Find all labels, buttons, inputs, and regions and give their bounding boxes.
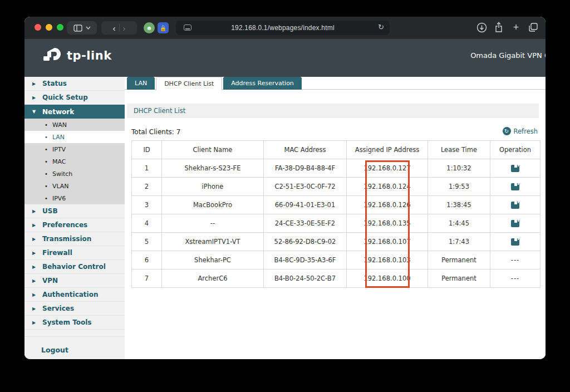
bullet-icon: • [45,159,48,165]
sidebar-item-services[interactable]: ▶Services [24,302,125,316]
minimize-window-button[interactable] [46,24,52,31]
sidebar-item-label: Status [42,80,67,87]
cell-client-name: ArcherC6 [162,270,264,288]
cell-mac-address: 52-86-92-D8-C9-02 [264,233,347,251]
close-window-button[interactable] [35,24,41,31]
cell-lease-time: 1:9:53 [428,178,490,196]
column-header-client-name: Client Name [162,141,264,159]
share-icon[interactable] [493,21,504,33]
back-button[interactable]: ‹ [113,24,116,32]
sidebar-item-label: Behavior Control [42,263,106,271]
tab-overview-icon[interactable] [528,21,539,33]
desktop-background: ‹ › ☻ 🔒 192.168.0.1/webpages/index.html … [0,0,570,392]
table-row: 6Shekhar-PCB4-8C-9D-35-A3-6F192.168.0.10… [132,251,540,270]
tab-dhcp-client-list[interactable]: DHCP Client List [156,77,222,90]
main-content: LANDHCP Client ListAddress Reservation D… [125,77,546,359]
sidebar-subitem-label: IPV6 [52,195,66,202]
tab-address-reservation[interactable]: Address Reservation [223,77,302,90]
sidebar-subitem-iptv[interactable]: •IPTV [24,143,125,155]
nav-buttons-group: ‹ › [101,21,137,35]
page-settings-icon[interactable] [184,24,191,31]
save-to-reservation-icon[interactable] [511,202,519,209]
collapsed-arrow-icon: ▶ [32,95,37,100]
cell-id: 4 [132,214,162,233]
cell-operation: --- [490,270,540,288]
collapsed-arrow-icon: ▶ [32,264,37,270]
sidebar-item-preferences[interactable]: ▶Preferences [24,218,125,232]
browser-window: ‹ › ☻ 🔒 192.168.0.1/webpages/index.html … [24,17,546,359]
sidebar-chevron-icon[interactable] [86,26,91,30]
sidebar-item-behavior-control[interactable]: ▶Behavior Control [24,260,125,274]
cell-operation [490,233,540,251]
extension-password-icon[interactable]: 🔒 [158,22,169,33]
new-tab-icon[interactable]: + [510,21,522,33]
cell-id: 5 [132,233,162,251]
collapsed-arrow-icon: ▶ [32,209,37,214]
cell-assigned-ip: 192.168.0.126 [347,196,428,214]
collapsed-arrow-icon: ▶ [32,237,37,242]
cell-id: 1 [132,159,162,178]
table-row: 7ArcherC6B4-B0-24-50-2C-B7192.168.0.100P… [132,270,540,288]
section-header: DHCP Client List [127,104,539,118]
cell-client-name: Shekhar-s-S23-FE [162,159,264,178]
forward-button[interactable]: › [123,24,126,32]
sidebar-toggle-icon[interactable] [73,24,82,32]
sidebar-subitem-wan[interactable]: •WAN [24,119,125,131]
extension-adblock-icon[interactable]: ☻ [144,22,155,33]
cell-id: 6 [132,251,162,270]
collapsed-arrow-icon: ▶ [32,278,37,283]
cell-id: 7 [132,270,162,288]
sidebar-item-network[interactable]: ▼Network [24,105,125,119]
sidebar-subitem-mac[interactable]: •MAC [24,155,125,168]
cell-lease-time: 1:10:32 [428,159,490,178]
sidebar-item-status[interactable]: ▶Status [24,77,125,91]
logout-button[interactable]: Logout [41,346,125,354]
collapsed-arrow-icon: ▶ [32,320,37,325]
sidebar-item-firewall[interactable]: ▶Firewall [24,246,125,260]
sidebar-item-transmission[interactable]: ▶Transmission [24,232,125,246]
refresh-button[interactable]: ↻ Refresh [503,127,538,135]
sidebar-item-vpn[interactable]: ▶VPN [24,274,125,288]
bullet-icon: • [45,171,48,177]
column-header-mac-address: MAC Address [264,141,347,159]
table-row: 1Shekhar-s-S23-FEFA-38-D9-B4-88-4F192.16… [132,159,540,178]
cell-client-name: Shekhar-PC [162,251,264,270]
cell-assigned-ip: 192.168.0.103 [347,251,428,270]
save-to-reservation-icon[interactable] [511,183,519,190]
cell-mac-address: B4-B0-24-50-2C-B7 [264,270,347,288]
address-bar[interactable]: 192.168.0.1/webpages/index.html ↻ [176,21,390,35]
downloads-icon[interactable] [476,21,487,33]
column-header-operation: Operation [490,141,540,159]
sidebar-item-authentication[interactable]: ▶Authentication [24,288,125,302]
save-to-reservation-icon[interactable] [511,238,519,246]
sidebar-subitem-label: IPTV [52,146,66,153]
cell-lease-time: Permanent [428,270,490,288]
url-text[interactable]: 192.168.0.1/webpages/index.html [176,24,390,32]
sidebar-item-system-tools[interactable]: ▶System Tools [24,316,125,330]
cell-id: 2 [132,178,162,196]
sidebar-subitem-ipv6[interactable]: •IPV6 [24,192,125,204]
save-to-reservation-icon[interactable] [511,165,519,172]
cell-operation [490,178,540,196]
section-title: DHCP Client List [134,107,185,115]
cell-assigned-ip: 192.168.0.100 [347,270,428,288]
sidebar-subitem-vlan[interactable]: •VLAN [24,180,125,192]
cell-id: 3 [132,196,162,214]
cell-mac-address: B4-8C-9D-35-A3-6F [264,251,347,270]
sidebar-item-quick-setup[interactable]: ▶Quick Setup [24,91,125,105]
sidebar-item-label: Quick Setup [42,94,88,101]
collapsed-arrow-icon: ▶ [32,292,37,297]
cell-operation: --- [490,251,540,270]
cell-assigned-ip: 192.168.0.127 [347,159,428,178]
zoom-window-button[interactable] [57,24,63,31]
cell-operation [490,214,540,233]
reload-button[interactable]: ↻ [378,23,384,31]
sidebar-toggle-group [67,21,97,35]
save-to-reservation-icon[interactable] [511,220,519,227]
sidebar-subitem-switch[interactable]: •Switch [24,168,125,180]
sidebar-item-usb[interactable]: ▶USB [24,204,125,218]
total-clients: Total Clients: 7 [131,128,180,136]
bullet-icon: • [45,122,48,128]
sidebar-subitem-lan[interactable]: •LAN [24,131,125,143]
tab-lan[interactable]: LAN [127,77,155,90]
